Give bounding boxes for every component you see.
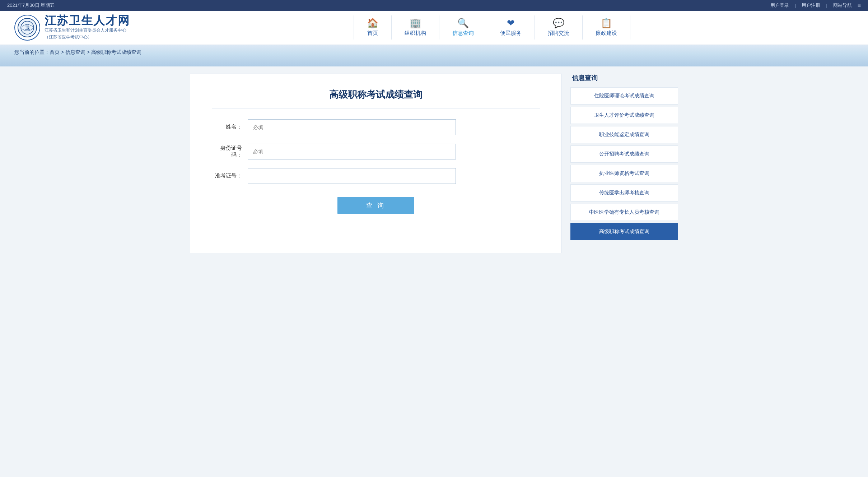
site-nav-link[interactable]: 网站导航 <box>833 2 852 9</box>
btn-row: 查 询 <box>212 197 540 214</box>
sidebar-item-4[interactable]: 执业医师资格考试查询 <box>570 165 678 182</box>
name-row: 姓名： <box>212 119 540 135</box>
top-bar-right: 用户登录 | 用户注册 | 网站导航 ≡ <box>770 2 861 9</box>
nav-org-label: 组织机构 <box>405 30 426 37</box>
menu-icon[interactable]: ≡ <box>858 2 861 9</box>
recruit-icon: 💬 <box>553 18 564 28</box>
id-row: 身份证号码： <box>212 144 540 159</box>
exam-row: 准考证号： <box>212 168 540 184</box>
name-label: 姓名： <box>212 124 248 130</box>
date-display: 2021年7月30日 星期五 <box>7 2 55 9</box>
sidebar-item-2[interactable]: 职业技能鉴定成绩查询 <box>570 126 678 143</box>
site-title: 江苏卫生人才网 <box>45 14 130 27</box>
sidebar-item-5[interactable]: 传统医学出师考核查询 <box>570 184 678 202</box>
nav-recruit[interactable]: 💬 招聘交流 <box>535 15 583 40</box>
name-input[interactable] <box>248 119 456 135</box>
exam-label: 准考证号： <box>212 172 248 179</box>
sidebar: 信息查询 住院医师理论考试成绩查询 卫生人才评价考试成绩查询 职业技能鉴定成绩查… <box>570 74 678 253</box>
home-icon: 🏠 <box>367 18 378 28</box>
query-form: 姓名： 身份证号码： 准考证号： 查 询 <box>212 119 540 214</box>
login-link[interactable]: 用户登录 <box>770 2 789 9</box>
content-area: 高级职称考试成绩查询 姓名： 身份证号码： 准考证号： 查 询 <box>190 74 562 253</box>
nav-organization[interactable]: 🏢 组织机构 <box>392 15 439 40</box>
header: 卫 江苏卫生人才网 江苏省卫生和计划生育委员会人才服务中心 （江苏省医学考试中心… <box>0 11 868 45</box>
nav-service[interactable]: ❤ 便民服务 <box>487 15 535 40</box>
logo-icon: 卫 <box>14 15 40 41</box>
main-nav: 🏠 首页 🏢 组织机构 🔍 信息查询 ❤ 便民服务 💬 招聘交流 📋 廉政建设 <box>130 15 854 40</box>
divider: | <box>795 3 796 8</box>
org-icon: 🏢 <box>410 18 421 28</box>
breadcrumb: 您当前的位置：首页 > 信息查询 > 高级职称考试成绩查询 <box>14 49 141 56</box>
main-layout: 高级职称考试成绩查询 姓名： 身份证号码： 准考证号： 查 询 信息查询 住院医… <box>183 74 685 253</box>
sidebar-title: 信息查询 <box>570 74 678 82</box>
query-icon: 🔍 <box>457 18 469 28</box>
exam-input[interactable] <box>248 168 456 184</box>
sidebar-item-0[interactable]: 住院医师理论考试成绩查询 <box>570 87 678 105</box>
nav-recruit-label: 招聘交流 <box>548 30 569 37</box>
nav-info-label: 信息查询 <box>452 30 474 37</box>
logo-text: 江苏卫生人才网 江苏省卫生和计划生育委员会人才服务中心 （江苏省医学考试中心） <box>45 14 130 41</box>
breadcrumb-bar: 您当前的位置：首页 > 信息查询 > 高级职称考试成绩查询 <box>0 45 868 66</box>
nav-integrity-label: 廉政建设 <box>596 30 617 37</box>
sidebar-item-1[interactable]: 卫生人才评价考试成绩查询 <box>570 107 678 124</box>
nav-home-label: 首页 <box>367 30 378 37</box>
integrity-icon: 📋 <box>601 18 612 28</box>
top-bar: 2021年7月30日 星期五 用户登录 | 用户注册 | 网站导航 ≡ <box>0 0 868 11</box>
nav-home[interactable]: 🏠 首页 <box>354 15 392 40</box>
query-button[interactable]: 查 询 <box>337 197 414 214</box>
divider2: | <box>826 3 827 8</box>
id-label: 身份证号码： <box>212 145 248 158</box>
logo-area: 卫 江苏卫生人才网 江苏省卫生和计划生育委员会人才服务中心 （江苏省医学考试中心… <box>14 14 130 41</box>
id-input[interactable] <box>248 144 456 159</box>
subtitle1: 江苏省卫生和计划生育委员会人才服务中心 <box>45 27 130 34</box>
sidebar-item-3[interactable]: 公开招聘考试成绩查询 <box>570 145 678 163</box>
svg-text:卫: 卫 <box>25 25 30 31</box>
sidebar-item-7[interactable]: 高级职称考试成绩查询 <box>570 223 678 240</box>
sidebar-item-6[interactable]: 中医医学确有专长人员考核查询 <box>570 204 678 221</box>
nav-integrity[interactable]: 📋 廉政建设 <box>583 15 630 40</box>
service-icon: ❤ <box>507 18 515 28</box>
register-link[interactable]: 用户注册 <box>802 2 820 9</box>
page-title: 高级职称考试成绩查询 <box>212 88 540 108</box>
subtitle2: （江苏省医学考试中心） <box>45 34 130 41</box>
nav-info-query[interactable]: 🔍 信息查询 <box>439 15 487 40</box>
nav-service-label: 便民服务 <box>500 30 522 37</box>
